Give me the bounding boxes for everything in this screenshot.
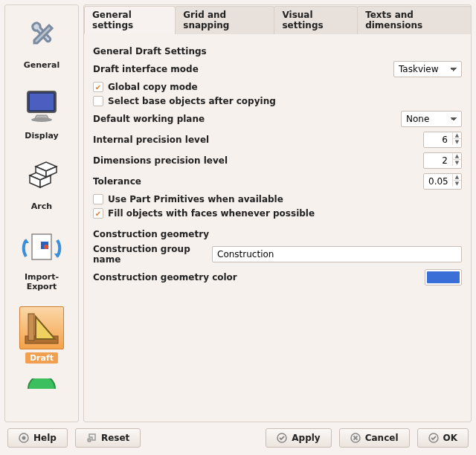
label-group-name: Construction group name: [93, 244, 212, 265]
svg-rect-1: [30, 94, 54, 110]
spin-down-icon[interactable]: ▼: [452, 139, 461, 145]
input-tolerance[interactable]: [424, 174, 452, 189]
spin-down-icon[interactable]: ▼: [452, 160, 461, 166]
sidebar-label-import-export: Import-Export: [11, 272, 72, 291]
sidebar-label-arch: Arch: [31, 201, 52, 211]
monitor-icon: [19, 85, 64, 128]
label-tolerance: Tolerance: [93, 176, 423, 187]
color-swatch: [427, 271, 460, 283]
input-internal-precision[interactable]: [424, 132, 452, 147]
checkbox-use-primitives[interactable]: Use Part Primitives when available: [93, 194, 462, 204]
cancel-icon: [350, 433, 361, 443]
ok-label: OK: [443, 433, 458, 443]
sidebar-item-more[interactable]: [7, 371, 77, 393]
input-dimensions-precision[interactable]: [424, 153, 452, 168]
select-interface-mode[interactable]: Taskview: [393, 61, 462, 77]
spinner-internal-precision[interactable]: ▲▼: [423, 132, 462, 148]
reset-label: Reset: [101, 433, 129, 443]
tab-visual-settings[interactable]: Visual settings: [274, 6, 358, 34]
tab-texts-dimensions[interactable]: Texts and dimensions: [357, 6, 472, 34]
boxes-icon: [19, 155, 64, 199]
svg-rect-7: [28, 314, 34, 341]
sidebar-item-arch[interactable]: Arch: [7, 148, 77, 216]
section-construction: Construction geometry: [93, 229, 462, 239]
spinner-tolerance[interactable]: ▲▼: [423, 173, 462, 190]
input-group-name[interactable]: [212, 246, 462, 262]
tab-bar: General settings Grid and snapping Visua…: [84, 5, 471, 34]
label-fill-faces: Fill objects with faces whenever possibl…: [108, 208, 315, 219]
checkbox-global-copy[interactable]: Global copy mode: [93, 82, 462, 92]
apply-icon: [277, 433, 287, 443]
draft-icon: [19, 306, 64, 349]
sidebar-label-display: Display: [25, 131, 58, 141]
sidebar-item-display[interactable]: Display: [7, 77, 77, 145]
tab-general-settings[interactable]: General settings: [84, 6, 176, 34]
spin-up-icon[interactable]: ▲: [452, 153, 461, 160]
settings-panel: General settings Grid and snapping Visua…: [83, 4, 472, 422]
svg-point-2: [31, 117, 52, 122]
svg-point-9: [22, 436, 26, 440]
category-sidebar: General Display: [4, 4, 79, 422]
tab-body: General Draft Settings Draft interface m…: [84, 34, 471, 422]
spinner-dimensions-precision[interactable]: ▲▼: [423, 152, 462, 169]
check-icon: [93, 82, 103, 92]
sidebar-item-general[interactable]: General: [7, 7, 77, 74]
sidebar-item-import-export[interactable]: Import-Export: [7, 219, 77, 296]
label-dimensions-precision: Dimensions precision level: [93, 155, 423, 166]
label-use-primitives: Use Part Primitives when available: [108, 194, 283, 204]
reset-icon: [86, 433, 97, 443]
check-icon: [93, 208, 103, 219]
dialog-footer: Help Reset Apply Cancel OK: [0, 422, 476, 455]
help-button[interactable]: Help: [7, 428, 68, 448]
reset-button[interactable]: Reset: [75, 428, 141, 448]
label-working-plane: Default working plane: [93, 114, 401, 124]
sidebar-label-draft: Draft: [25, 352, 58, 364]
label-select-base: Select base objects after copying: [108, 96, 276, 106]
sidebar-label-general: General: [24, 60, 60, 70]
label-interface-mode: Draft interface mode: [93, 64, 393, 74]
help-label: Help: [33, 433, 57, 443]
cancel-button[interactable]: Cancel: [339, 428, 410, 448]
help-icon: [19, 433, 29, 443]
svg-point-5: [44, 245, 48, 249]
section-general-draft: General Draft Settings: [93, 46, 462, 57]
ok-icon: [428, 433, 439, 443]
cancel-label: Cancel: [365, 433, 399, 443]
apply-button[interactable]: Apply: [266, 428, 331, 448]
sidebar-item-draft[interactable]: Draft: [7, 299, 77, 368]
spin-up-icon[interactable]: ▲: [452, 174, 461, 181]
partial-icon: [19, 378, 64, 389]
tools-icon: [19, 14, 64, 57]
label-construction-color: Construction geometry color: [93, 272, 425, 283]
tab-grid-snapping[interactable]: Grid and snapping: [175, 6, 274, 34]
checkbox-select-base[interactable]: Select base objects after copying: [93, 96, 462, 106]
main-area: General Display: [0, 0, 476, 422]
checkbox-icon: [93, 194, 103, 204]
spin-down-icon[interactable]: ▼: [452, 181, 461, 187]
color-button[interactable]: [425, 269, 462, 285]
checkbox-icon: [93, 96, 103, 106]
ok-button[interactable]: OK: [417, 428, 469, 448]
import-export-icon: [19, 226, 64, 269]
apply-label: Apply: [292, 433, 320, 443]
label-internal-precision: Internal precision level: [93, 135, 423, 145]
checkbox-fill-faces[interactable]: Fill objects with faces whenever possibl…: [93, 208, 462, 219]
label-global-copy: Global copy mode: [108, 82, 198, 92]
spin-up-icon[interactable]: ▲: [452, 132, 461, 139]
select-working-plane[interactable]: None: [401, 111, 462, 127]
